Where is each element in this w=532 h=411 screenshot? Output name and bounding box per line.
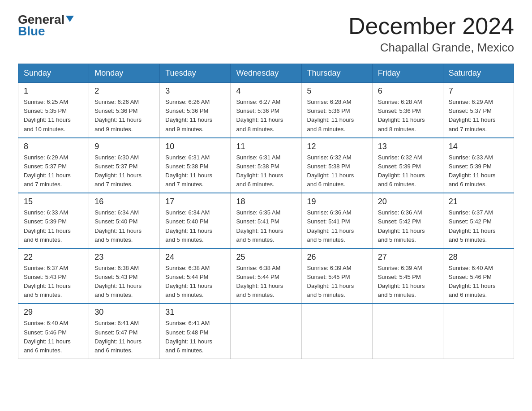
- day-info: Sunrise: 6:38 AMSunset: 5:44 PMDaylight:…: [165, 264, 225, 300]
- day-info: Sunrise: 6:33 AMSunset: 5:39 PMDaylight:…: [24, 208, 83, 244]
- calendar-weekday-tuesday: Tuesday: [160, 64, 231, 83]
- calendar-cell: 31Sunrise: 6:41 AMSunset: 5:48 PMDayligh…: [160, 304, 231, 359]
- calendar-cell: [372, 304, 443, 359]
- day-number: 14: [449, 142, 508, 151]
- day-info: Sunrise: 6:38 AMSunset: 5:43 PMDaylight:…: [94, 264, 154, 300]
- calendar-cell: 18Sunrise: 6:35 AMSunset: 5:41 PMDayligh…: [231, 193, 301, 248]
- day-info: Sunrise: 6:36 AMSunset: 5:41 PMDaylight:…: [307, 208, 367, 244]
- day-number: 23: [94, 253, 154, 262]
- calendar-cell: 17Sunrise: 6:34 AMSunset: 5:40 PMDayligh…: [160, 193, 231, 248]
- calendar-weekday-saturday: Saturday: [443, 64, 514, 83]
- title-section: December 2024 Chapallal Grande, Mexico: [348, 13, 514, 55]
- day-info: Sunrise: 6:30 AMSunset: 5:37 PMDaylight:…: [94, 153, 154, 189]
- day-info: Sunrise: 6:31 AMSunset: 5:38 PMDaylight:…: [165, 153, 225, 189]
- day-number: 30: [94, 308, 154, 317]
- day-number: 10: [165, 142, 225, 151]
- day-info: Sunrise: 6:39 AMSunset: 5:45 PMDaylight:…: [378, 264, 438, 300]
- logo-blue-text: Blue: [18, 24, 45, 39]
- day-info: Sunrise: 6:39 AMSunset: 5:45 PMDaylight:…: [307, 264, 367, 300]
- calendar-cell: [443, 304, 514, 359]
- calendar-cell: 12Sunrise: 6:32 AMSunset: 5:38 PMDayligh…: [301, 138, 372, 193]
- calendar-weekday-monday: Monday: [89, 64, 160, 83]
- calendar-cell: 20Sunrise: 6:36 AMSunset: 5:42 PMDayligh…: [372, 193, 443, 248]
- calendar-week-row: 1Sunrise: 6:25 AMSunset: 5:35 PMDaylight…: [18, 83, 514, 138]
- day-info: Sunrise: 6:34 AMSunset: 5:40 PMDaylight:…: [165, 208, 225, 244]
- calendar-week-row: 15Sunrise: 6:33 AMSunset: 5:39 PMDayligh…: [18, 193, 514, 248]
- location-title: Chapallal Grande, Mexico: [348, 41, 514, 55]
- day-info: Sunrise: 6:37 AMSunset: 5:42 PMDaylight:…: [449, 208, 508, 244]
- day-info: Sunrise: 6:35 AMSunset: 5:41 PMDaylight:…: [236, 208, 296, 244]
- calendar-table: SundayMondayTuesdayWednesdayThursdayFrid…: [18, 64, 514, 359]
- calendar-cell: 13Sunrise: 6:32 AMSunset: 5:39 PMDayligh…: [372, 138, 443, 193]
- calendar-cell: 7Sunrise: 6:29 AMSunset: 5:37 PMDaylight…: [443, 83, 514, 138]
- month-title: December 2024: [348, 13, 514, 39]
- day-number: 29: [24, 308, 83, 317]
- day-number: 24: [165, 253, 225, 262]
- day-number: 11: [236, 142, 296, 151]
- calendar-cell: 14Sunrise: 6:33 AMSunset: 5:39 PMDayligh…: [443, 138, 514, 193]
- day-number: 31: [165, 308, 225, 317]
- day-info: Sunrise: 6:27 AMSunset: 5:36 PMDaylight:…: [236, 98, 296, 134]
- day-number: 16: [94, 197, 154, 206]
- calendar-weekday-sunday: Sunday: [18, 64, 89, 83]
- logo: General Blue: [18, 13, 75, 39]
- day-info: Sunrise: 6:41 AMSunset: 5:47 PMDaylight:…: [94, 319, 154, 355]
- day-number: 18: [236, 197, 296, 206]
- day-number: 17: [165, 197, 225, 206]
- page-header: General Blue December 2024 Chapallal Gra…: [18, 13, 514, 55]
- calendar-header-row: SundayMondayTuesdayWednesdayThursdayFrid…: [18, 64, 514, 83]
- day-info: Sunrise: 6:41 AMSunset: 5:48 PMDaylight:…: [165, 319, 225, 355]
- calendar-cell: 10Sunrise: 6:31 AMSunset: 5:38 PMDayligh…: [160, 138, 231, 193]
- day-number: 25: [236, 253, 296, 262]
- calendar-cell: 5Sunrise: 6:28 AMSunset: 5:36 PMDaylight…: [301, 83, 372, 138]
- calendar-cell: 29Sunrise: 6:40 AMSunset: 5:46 PMDayligh…: [18, 304, 89, 359]
- calendar-cell: 1Sunrise: 6:25 AMSunset: 5:35 PMDaylight…: [18, 83, 89, 138]
- day-number: 5: [307, 86, 367, 96]
- logo-triangle-icon: [65, 14, 75, 24]
- day-number: 6: [378, 86, 438, 96]
- calendar-cell: 9Sunrise: 6:30 AMSunset: 5:37 PMDaylight…: [89, 138, 160, 193]
- day-number: 20: [378, 197, 438, 206]
- day-number: 13: [378, 142, 438, 151]
- calendar-week-row: 22Sunrise: 6:37 AMSunset: 5:43 PMDayligh…: [18, 248, 514, 304]
- calendar-cell: 2Sunrise: 6:26 AMSunset: 5:36 PMDaylight…: [89, 83, 160, 138]
- calendar-cell: 27Sunrise: 6:39 AMSunset: 5:45 PMDayligh…: [372, 248, 443, 304]
- day-info: Sunrise: 6:34 AMSunset: 5:40 PMDaylight:…: [94, 208, 154, 244]
- day-number: 26: [307, 253, 367, 262]
- calendar-cell: 24Sunrise: 6:38 AMSunset: 5:44 PMDayligh…: [160, 248, 231, 304]
- day-number: 27: [378, 253, 438, 262]
- day-number: 22: [24, 253, 83, 262]
- calendar-cell: [231, 304, 301, 359]
- calendar-cell: 19Sunrise: 6:36 AMSunset: 5:41 PMDayligh…: [301, 193, 372, 248]
- calendar-weekday-thursday: Thursday: [301, 64, 372, 83]
- day-number: 3: [165, 86, 225, 96]
- day-info: Sunrise: 6:32 AMSunset: 5:38 PMDaylight:…: [307, 153, 367, 189]
- day-info: Sunrise: 6:40 AMSunset: 5:46 PMDaylight:…: [24, 319, 83, 355]
- calendar-cell: 11Sunrise: 6:31 AMSunset: 5:38 PMDayligh…: [231, 138, 301, 193]
- day-number: 28: [449, 253, 508, 262]
- calendar-cell: 26Sunrise: 6:39 AMSunset: 5:45 PMDayligh…: [301, 248, 372, 304]
- day-info: Sunrise: 6:26 AMSunset: 5:36 PMDaylight:…: [165, 98, 225, 134]
- day-info: Sunrise: 6:28 AMSunset: 5:36 PMDaylight:…: [307, 98, 367, 134]
- day-info: Sunrise: 6:40 AMSunset: 5:46 PMDaylight:…: [449, 264, 508, 300]
- day-number: 9: [94, 142, 154, 151]
- day-info: Sunrise: 6:26 AMSunset: 5:36 PMDaylight:…: [94, 98, 154, 134]
- day-info: Sunrise: 6:29 AMSunset: 5:37 PMDaylight:…: [24, 153, 83, 189]
- day-number: 21: [449, 197, 508, 206]
- day-number: 7: [449, 86, 508, 96]
- day-info: Sunrise: 6:28 AMSunset: 5:36 PMDaylight:…: [378, 98, 438, 134]
- day-info: Sunrise: 6:29 AMSunset: 5:37 PMDaylight:…: [449, 98, 508, 134]
- calendar-week-row: 8Sunrise: 6:29 AMSunset: 5:37 PMDaylight…: [18, 138, 514, 193]
- day-number: 1: [24, 86, 83, 96]
- calendar-weekday-friday: Friday: [372, 64, 443, 83]
- calendar-cell: 22Sunrise: 6:37 AMSunset: 5:43 PMDayligh…: [18, 248, 89, 304]
- day-info: Sunrise: 6:36 AMSunset: 5:42 PMDaylight:…: [378, 208, 438, 244]
- day-info: Sunrise: 6:25 AMSunset: 5:35 PMDaylight:…: [24, 98, 83, 134]
- day-info: Sunrise: 6:32 AMSunset: 5:39 PMDaylight:…: [378, 153, 438, 189]
- calendar-cell: 4Sunrise: 6:27 AMSunset: 5:36 PMDaylight…: [231, 83, 301, 138]
- day-info: Sunrise: 6:31 AMSunset: 5:38 PMDaylight:…: [236, 153, 296, 189]
- calendar-cell: 15Sunrise: 6:33 AMSunset: 5:39 PMDayligh…: [18, 193, 89, 248]
- calendar-cell: 16Sunrise: 6:34 AMSunset: 5:40 PMDayligh…: [89, 193, 160, 248]
- calendar-cell: 6Sunrise: 6:28 AMSunset: 5:36 PMDaylight…: [372, 83, 443, 138]
- calendar-cell: [301, 304, 372, 359]
